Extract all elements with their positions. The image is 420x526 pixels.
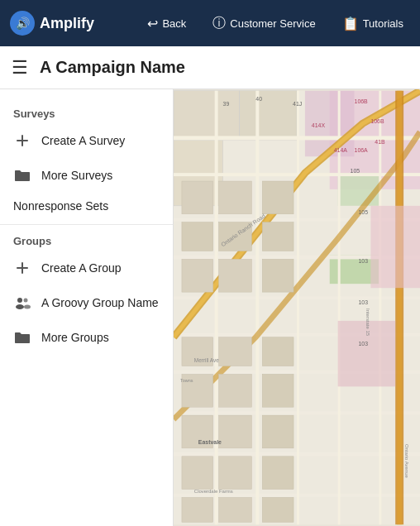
customer-service-label: Customer Service <box>230 17 315 30</box>
svg-rect-34 <box>370 206 420 288</box>
svg-rect-55 <box>262 337 294 366</box>
sidebar: Surveys Create A Survey More Surveys Non… <box>0 89 174 526</box>
info-icon: ⓘ <box>212 15 226 32</box>
more-surveys-label: More Surveys <box>41 169 112 182</box>
svg-rect-49 <box>219 457 252 490</box>
svg-text:Cloverdale Farms: Cloverdale Farms <box>194 489 233 494</box>
svg-point-5 <box>16 304 24 309</box>
svg-rect-41 <box>219 259 252 292</box>
svg-rect-36 <box>182 181 213 214</box>
svg-rect-52 <box>262 181 294 214</box>
svg-text:40: 40 <box>255 96 262 102</box>
svg-rect-33 <box>397 91 402 524</box>
svg-rect-15 <box>338 173 379 206</box>
svg-text:Eastvale: Eastvale <box>198 439 222 445</box>
more-surveys-item[interactable]: More Surveys <box>0 158 173 193</box>
svg-text:105: 105 <box>351 168 360 174</box>
svg-rect-3 <box>17 267 28 269</box>
back-label: Back <box>162 17 186 30</box>
main-layout: Surveys Create A Survey More Surveys Non… <box>0 89 420 526</box>
svg-text:Merrill Ave: Merrill Ave <box>194 357 219 363</box>
people-icon <box>13 294 31 312</box>
svg-rect-30 <box>338 91 341 524</box>
groovy-group-item[interactable]: A Groovy Group Name <box>0 285 173 320</box>
tutorials-label: Tutorials <box>363 17 403 30</box>
surveys-section-label: Surveys <box>0 103 173 123</box>
svg-text:106B: 106B <box>370 118 384 124</box>
svg-text:Interstate 15: Interstate 15 <box>365 308 370 337</box>
folder-groups-icon <box>13 328 31 347</box>
svg-rect-48 <box>182 457 213 490</box>
logo-icon: 🔊 <box>10 11 35 36</box>
svg-rect-47 <box>219 415 252 448</box>
svg-text:103: 103 <box>359 341 369 347</box>
svg-rect-45 <box>219 374 252 407</box>
svg-text:39: 39 <box>223 101 230 107</box>
svg-rect-29 <box>297 91 299 524</box>
svg-point-4 <box>17 298 22 303</box>
svg-rect-56 <box>262 374 294 407</box>
svg-rect-37 <box>219 181 252 214</box>
plus-group-icon <box>13 259 31 277</box>
top-navigation: 🔊 Amplify ↩ Back ⓘ Customer Service 📋 Tu… <box>0 0 420 46</box>
tutorials-icon: 📋 <box>342 16 359 31</box>
svg-rect-31 <box>379 91 381 524</box>
svg-text:414X: 414X <box>312 122 326 128</box>
svg-rect-38 <box>182 222 213 251</box>
svg-rect-28 <box>255 91 259 524</box>
svg-text:414A: 414A <box>334 147 348 153</box>
svg-text:41B: 41B <box>375 139 385 145</box>
svg-rect-50 <box>182 497 213 522</box>
create-survey-item[interactable]: Create A Survey <box>0 123 173 158</box>
svg-text:106A: 106A <box>355 147 369 153</box>
svg-rect-40 <box>182 259 213 292</box>
folder-surveys-icon <box>13 166 31 184</box>
header-row: ☰ A Campaign Name <box>0 46 420 89</box>
create-group-label: Create A Group <box>41 261 122 275</box>
hamburger-menu-button[interactable]: ☰ <box>12 57 28 79</box>
create-group-item[interactable]: Create A Group <box>0 251 173 285</box>
back-icon: ↩ <box>147 16 158 31</box>
svg-point-6 <box>24 299 28 303</box>
svg-text:106B: 106B <box>355 98 369 104</box>
svg-text:103: 103 <box>359 299 369 305</box>
back-button[interactable]: ↩ Back <box>141 12 193 35</box>
app-logo: 🔊 Amplify <box>10 11 94 36</box>
page-title: A Campaign Name <box>40 58 185 77</box>
more-groups-label: More Groups <box>41 331 109 344</box>
groovy-group-label: A Groovy Group Name <box>41 296 159 309</box>
svg-rect-57 <box>262 415 294 448</box>
svg-text:Ontario Avenue: Ontario Avenue <box>404 444 409 479</box>
svg-rect-58 <box>262 457 294 490</box>
svg-rect-11 <box>239 91 297 141</box>
svg-rect-27 <box>215 91 218 524</box>
map-svg: Ontario Ranch Road Interstate 15 Merrill… <box>174 89 420 526</box>
svg-rect-51 <box>219 497 252 522</box>
svg-rect-53 <box>262 222 294 251</box>
nonresponse-sets-label: Nonresponse Sets <box>13 199 108 213</box>
svg-text:105: 105 <box>359 209 369 215</box>
svg-rect-1 <box>17 140 28 141</box>
nonresponse-sets-item[interactable]: Nonresponse Sets <box>0 193 173 219</box>
create-survey-label: Create A Survey <box>41 134 125 147</box>
svg-text:Towns: Towns <box>180 378 193 383</box>
map-area[interactable]: Ontario Ranch Road Interstate 15 Merrill… <box>174 89 420 526</box>
customer-service-button[interactable]: ⓘ Customer Service <box>206 12 322 36</box>
more-groups-item[interactable]: More Groups <box>0 320 173 355</box>
svg-rect-59 <box>262 497 294 522</box>
svg-rect-54 <box>262 259 294 292</box>
logo-text: Amplify <box>40 15 94 32</box>
svg-rect-43 <box>219 337 252 366</box>
svg-text:41J: 41J <box>293 101 302 107</box>
svg-text:103: 103 <box>359 258 369 264</box>
groups-section-label: Groups <box>0 230 173 251</box>
tutorials-button[interactable]: 📋 Tutorials <box>336 12 410 35</box>
plus-icon <box>13 132 31 150</box>
sidebar-divider <box>0 224 173 225</box>
svg-rect-10 <box>174 91 239 141</box>
svg-point-7 <box>24 305 31 309</box>
